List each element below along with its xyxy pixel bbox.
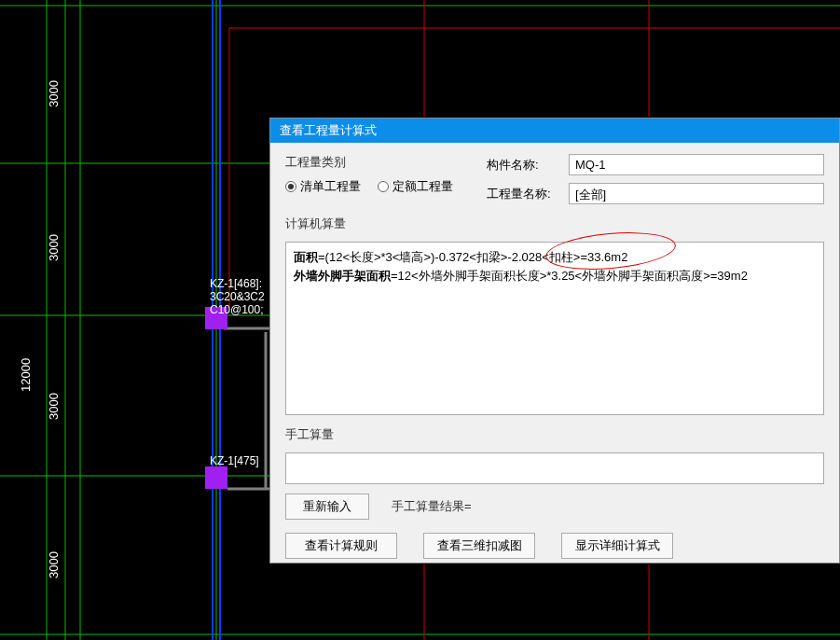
dim-seg-2: 3000 [47,234,61,261]
cad-label-3: C10@100; [210,303,264,316]
radio-bill-qty[interactable]: 清单工程量 [285,178,361,195]
dim-seg-4: 3000 [47,551,61,578]
type-label: 工程量类别 [285,154,472,171]
calculation-dialog: 查看工程量计算式 工程量类别 清单工程量 定额工程量 构件 [269,118,840,563]
calc-line2-key: 外墙外脚手架面积 [294,269,391,283]
radio-quota-qty[interactable]: 定额工程量 [378,178,453,195]
reinput-button[interactable]: 重新输入 [285,494,369,520]
calc-line1-expr: =(12<长度>*3<墙高>)-0.372<扣梁>-2.028<扣柱>=33.6… [318,250,627,264]
component-name-input[interactable]: MQ-1 [569,154,824,175]
view-3d-button[interactable]: 查看三维扣减图 [423,533,535,559]
radio-quota-label: 定额工程量 [392,178,453,195]
radio-icon [378,181,389,192]
dim-seg-1: 3000 [47,80,61,107]
dim-total: 12000 [19,358,33,392]
dialog-title: 查看工程量计算式 [280,123,377,137]
component-name-label: 构件名称: [487,157,561,174]
cad-label-2: 3C20&3C2 [210,290,265,303]
radio-bill-label: 清单工程量 [300,178,361,195]
calc-line1-key: 面积 [294,250,318,264]
dialog-titlebar[interactable]: 查看工程量计算式 [270,118,839,143]
cad-label-4: KZ-1[475] [210,454,259,467]
manual-calc-input[interactable] [285,452,824,484]
calc-line2-expr: =12<外墙外脚手架面积长度>*3.25<外墙外脚手架面积高度>=39m2 [391,269,748,283]
view-rule-button[interactable]: 查看计算规则 [285,533,397,559]
svg-rect-19 [205,466,227,489]
radio-icon [285,181,296,192]
cad-label-1: KZ-1[468]: [210,277,262,290]
computer-calc-label: 计算机算量 [285,216,824,232]
qty-name-label: 工程量名称: [487,186,561,202]
dim-seg-3: 3000 [47,393,61,420]
show-detail-button[interactable]: 显示详细计算式 [561,533,673,559]
computer-calc-output[interactable]: 面积=(12<长度>*3<墙高>)-0.372<扣梁>-2.028<扣柱>=33… [285,242,824,415]
manual-calc-label: 手工算量 [285,426,824,443]
manual-result-label: 手工算量结果= [392,498,472,515]
qty-name-select[interactable]: [全部] [569,183,824,204]
